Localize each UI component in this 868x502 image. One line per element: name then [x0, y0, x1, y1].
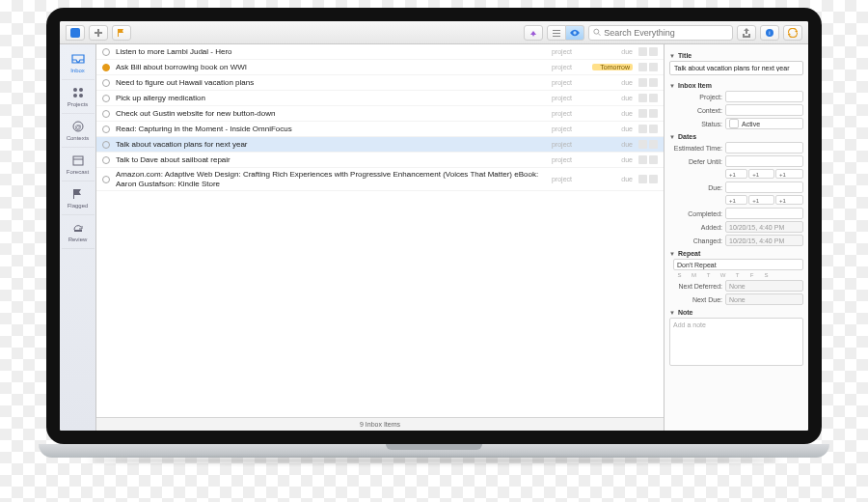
- date-shortcut-pill[interactable]: +1 day: [725, 195, 747, 205]
- task-due: Tomorrow: [592, 64, 633, 70]
- task-due: due: [592, 141, 633, 148]
- date-shortcut-pill[interactable]: +1 week: [748, 169, 774, 179]
- inspector-button[interactable]: i: [760, 25, 779, 41]
- share-button[interactable]: [737, 25, 756, 41]
- search-field[interactable]: [588, 25, 733, 41]
- weekday-label: M: [688, 272, 700, 278]
- title-input[interactable]: [669, 61, 803, 75]
- task-project-badge: project: [552, 141, 586, 148]
- task-status-circle[interactable]: [102, 64, 110, 71]
- sidebar-item-contexts[interactable]: @ Contexts: [62, 116, 95, 148]
- task-row[interactable]: Check out Gustin website for new button-…: [96, 106, 664, 122]
- task-due: due: [592, 110, 633, 117]
- projects-icon: [71, 86, 85, 99]
- task-project-badge: project: [552, 48, 586, 55]
- task-row-glyphs: [638, 140, 658, 149]
- sidebar-item-label: Review: [62, 237, 95, 242]
- date-shortcut-pill[interactable]: +1 month: [775, 169, 803, 179]
- status-select[interactable]: Active: [725, 118, 803, 129]
- next-deferred-value: None: [725, 280, 803, 292]
- task-row[interactable]: Need to figure out Hawaii vacation plans…: [96, 75, 664, 91]
- svg-text:@: @: [74, 124, 81, 130]
- search-input[interactable]: [604, 28, 728, 38]
- task-status-circle[interactable]: [102, 95, 110, 102]
- app-window: i Inbox Projects @ Contexts: [60, 21, 808, 431]
- task-status-circle[interactable]: [102, 176, 110, 183]
- screen-bezel: i Inbox Projects @ Contexts: [46, 8, 822, 444]
- status-value: Active: [742, 121, 760, 127]
- task-row[interactable]: Ask Bill about borrowing book on WWIproj…: [96, 60, 664, 75]
- context-select[interactable]: [725, 104, 803, 116]
- weekday-label: T: [702, 272, 715, 278]
- contexts-icon: @: [71, 120, 85, 133]
- estimated-label: Estimated Time:: [669, 145, 722, 152]
- task-status-circle[interactable]: [102, 156, 110, 164]
- completed-input[interactable]: [725, 208, 803, 219]
- svg-rect-10: [73, 156, 83, 165]
- toolbar: i: [60, 21, 808, 44]
- section-dates[interactable]: Dates: [669, 133, 803, 140]
- due-label: Due:: [669, 184, 722, 191]
- task-row[interactable]: Listen to more Lambi Judal - Heroproject…: [96, 44, 664, 60]
- task-status-circle[interactable]: [102, 110, 110, 118]
- svg-point-5: [79, 88, 83, 92]
- task-row[interactable]: Read: Capturing in the Moment - Inside O…: [96, 122, 664, 137]
- repeat-select[interactable]: Don't Repeat: [673, 259, 803, 270]
- task-status-circle[interactable]: [102, 141, 110, 149]
- section-inbox-item[interactable]: Inbox Item: [669, 82, 803, 89]
- task-status-circle[interactable]: [102, 48, 110, 56]
- sidebar-item-forecast[interactable]: Forecast: [62, 150, 95, 181]
- task-row-glyphs: [638, 155, 658, 164]
- estimated-input[interactable]: [725, 142, 803, 153]
- due-shortcuts: +1 day+1 week+1 month: [725, 195, 803, 205]
- inbox-icon: [71, 52, 85, 66]
- svg-point-6: [73, 94, 77, 98]
- due-input[interactable]: [725, 181, 803, 193]
- sidebar-item-label: Forecast: [62, 169, 95, 175]
- task-due: due: [592, 79, 633, 86]
- task-title: Amazon.com: Adaptive Web Design: Craftin…: [116, 170, 546, 187]
- section-title[interactable]: Title: [669, 52, 803, 59]
- section-note[interactable]: Note: [669, 309, 803, 316]
- next-due-label: Next Due:: [669, 296, 722, 303]
- app-icon[interactable]: [66, 25, 85, 41]
- task-row-glyphs: [638, 47, 658, 56]
- status-bar: 9 Inbox Items: [96, 417, 664, 431]
- sidebar-item-projects[interactable]: Projects: [62, 82, 95, 114]
- added-label: Added:: [669, 224, 722, 231]
- flag-button[interactable]: [112, 25, 131, 41]
- date-shortcut-pill[interactable]: +1 week: [748, 195, 774, 205]
- date-shortcut-pill[interactable]: +1 day: [725, 169, 747, 179]
- task-row[interactable]: Amazon.com: Adaptive Web Design: Craftin…: [96, 168, 664, 191]
- view-eye-button[interactable]: [566, 25, 584, 41]
- weekday-label: S: [673, 272, 686, 278]
- quick-open-button[interactable]: [524, 25, 543, 41]
- sidebar-item-review[interactable]: Review: [62, 217, 95, 249]
- svg-point-4: [73, 88, 77, 92]
- task-row[interactable]: Talk to Dave about sailboat repairprojec…: [96, 153, 664, 168]
- task-due: due: [592, 156, 633, 163]
- task-row[interactable]: Pick up allergy medicationprojectdue: [96, 91, 664, 106]
- sidebar: Inbox Projects @ Contexts Forecast: [60, 44, 96, 431]
- sidebar-item-label: Contexts: [62, 135, 95, 141]
- task-status-circle[interactable]: [102, 126, 110, 133]
- note-input[interactable]: Add a note: [669, 318, 803, 366]
- task-row[interactable]: Talk about vacation plans for next yearp…: [96, 137, 664, 153]
- svg-text:i: i: [769, 30, 770, 36]
- view-list-button[interactable]: [547, 25, 566, 41]
- add-button[interactable]: [89, 25, 108, 41]
- added-value: 10/20/15, 4:40 PM: [725, 221, 803, 233]
- forecast-icon: [71, 153, 85, 167]
- task-status-circle[interactable]: [102, 79, 110, 87]
- date-shortcut-pill[interactable]: +1 month: [775, 195, 803, 205]
- sync-button[interactable]: [783, 25, 802, 41]
- defer-input[interactable]: [725, 155, 803, 167]
- sidebar-item-flagged[interactable]: Flagged: [62, 183, 95, 215]
- task-project-badge: project: [552, 64, 586, 70]
- task-due: due: [592, 95, 633, 101]
- sidebar-item-inbox[interactable]: Inbox: [62, 48, 95, 80]
- task-due: due: [592, 126, 633, 132]
- section-repeat[interactable]: Repeat: [669, 250, 803, 257]
- main-pane: Listen to more Lambi Judal - Heroproject…: [96, 44, 664, 431]
- project-select[interactable]: [725, 91, 803, 102]
